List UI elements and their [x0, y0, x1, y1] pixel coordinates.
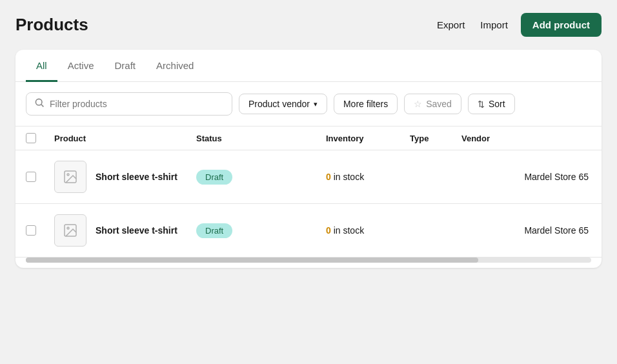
row2-vendor-cell: Mardel Store 65: [461, 225, 591, 236]
row2-checkbox-wrap: [26, 225, 54, 236]
row2-status-cell: Draft: [196, 223, 326, 238]
row2-checkbox[interactable]: [26, 225, 36, 236]
row2-product-cell: Short sleeve t-shirt: [54, 214, 196, 247]
tab-all[interactable]: All: [26, 50, 57, 82]
product-vendor-label: Product vendor: [248, 99, 310, 109]
svg-line-1: [41, 105, 44, 107]
select-all-checkbox[interactable]: [26, 133, 36, 143]
tab-draft[interactable]: Draft: [105, 50, 147, 82]
tab-archived[interactable]: Archived: [146, 50, 204, 82]
row2-product-thumbnail: [54, 214, 86, 247]
sort-arrows-icon: ⇅: [478, 99, 485, 109]
sort-button[interactable]: ⇅ Sort: [468, 94, 515, 114]
page-title: Products: [15, 15, 88, 35]
more-filters-button[interactable]: More filters: [334, 94, 398, 114]
import-button[interactable]: Import: [478, 14, 511, 35]
col-type: Type: [410, 134, 461, 143]
row1-checkbox-wrap: [26, 172, 54, 182]
chevron-down-icon: ▾: [314, 100, 318, 108]
row2-inventory-cell: 0 in stock: [326, 225, 410, 236]
svg-point-5: [67, 227, 69, 229]
tabs-bar: All Active Draft Archived: [15, 50, 602, 82]
row1-vendor-cell: Mardel Store 65: [461, 172, 591, 182]
search-icon: [34, 97, 45, 110]
horizontal-scrollbar[interactable]: [26, 258, 591, 263]
row2-status-badge: Draft: [196, 223, 232, 238]
row1-inventory-zero: 0: [326, 172, 331, 182]
row1-status-badge: Draft: [196, 170, 232, 185]
svg-point-0: [35, 99, 42, 105]
add-product-button[interactable]: Add product: [521, 13, 602, 37]
table-row: Short sleeve t-shirt Draft 0 in stock Ma…: [15, 204, 602, 258]
more-filters-label: More filters: [343, 99, 388, 109]
header-checkbox-wrap: [26, 133, 54, 143]
table-header: Product Status Inventory Type Vendor: [15, 126, 602, 150]
search-wrapper: [26, 92, 232, 116]
row1-product-thumbnail: [54, 161, 86, 193]
row1-inventory-label: in stock: [334, 172, 364, 182]
col-inventory: Inventory: [326, 134, 410, 143]
table-row: Short sleeve t-shirt Draft 0 in stock Ma…: [15, 150, 602, 204]
row1-inventory-cell: 0 in stock: [326, 172, 410, 182]
products-card: All Active Draft Archived Product vendor…: [15, 50, 602, 268]
scrollbar-thumb: [26, 258, 478, 263]
row1-product-name: Short sleeve t-shirt: [96, 172, 177, 182]
col-product: Product: [54, 134, 196, 143]
search-input[interactable]: [50, 99, 224, 109]
row1-status-cell: Draft: [196, 170, 326, 185]
row2-inventory-label: in stock: [334, 225, 364, 236]
star-icon: ☆: [414, 99, 422, 109]
saved-button[interactable]: ☆ Saved: [404, 94, 461, 114]
svg-point-3: [67, 174, 69, 176]
saved-label: Saved: [426, 99, 452, 109]
tab-active[interactable]: Active: [57, 50, 105, 82]
product-vendor-filter-button[interactable]: Product vendor ▾: [239, 94, 327, 114]
row1-checkbox[interactable]: [26, 172, 36, 182]
sort-label: Sort: [489, 99, 505, 109]
col-vendor: Vendor: [461, 134, 591, 143]
row2-product-name: Short sleeve t-shirt: [96, 225, 177, 236]
row1-product-cell: Short sleeve t-shirt: [54, 161, 196, 193]
header-actions: Export Import Add product: [434, 13, 602, 37]
export-button[interactable]: Export: [434, 14, 467, 35]
page-header: Products Export Import Add product: [15, 13, 602, 37]
filters-row: Product vendor ▾ More filters ☆ Saved ⇅ …: [15, 82, 602, 126]
col-status: Status: [196, 134, 326, 143]
row2-inventory-zero: 0: [326, 225, 331, 236]
